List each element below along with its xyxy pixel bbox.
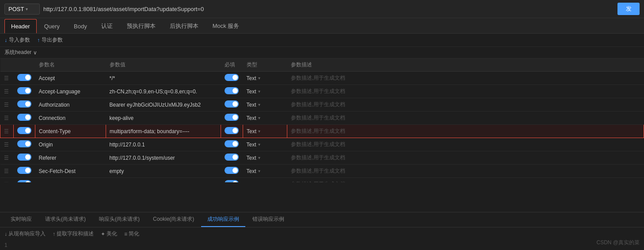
type-select[interactable]: Text ▾: [247, 181, 284, 183]
table-row: ☰ Origin http://127.0.0.1 Text ▾ 参数描述,用于…: [0, 138, 644, 151]
row-toggle[interactable]: [14, 112, 35, 125]
toggle-switch[interactable]: [17, 127, 31, 134]
param-name-cell: Accept: [35, 72, 106, 85]
toggle-switch[interactable]: [17, 74, 31, 81]
required-toggle[interactable]: [225, 100, 239, 108]
drag-handle[interactable]: ☰: [0, 165, 14, 178]
required-cell[interactable]: [221, 85, 243, 98]
required-cell[interactable]: [221, 72, 243, 85]
required-toggle[interactable]: [225, 180, 239, 182]
description-cell: 参数描述,用于生成文档: [287, 125, 644, 138]
type-value: Text: [247, 88, 256, 95]
param-name-cell: Referer: [35, 151, 106, 165]
toggle-switch[interactable]: [17, 114, 31, 121]
import-label: 导入参数: [9, 36, 30, 44]
method-select[interactable]: POST ▾: [4, 4, 40, 15]
params-table: 参数名 参数值 必填 类型 参数描述 ☰ Accept: [0, 58, 644, 182]
required-toggle[interactable]: [225, 154, 239, 161]
toggle-switch[interactable]: [17, 180, 31, 182]
type-select[interactable]: Text ▾: [247, 102, 284, 108]
table-row: ☰ Referer http://127.0.0.1/system/user T…: [0, 151, 644, 165]
type-cell[interactable]: Text ▾: [243, 72, 287, 85]
row-toggle[interactable]: [14, 165, 35, 178]
row-toggle[interactable]: [14, 138, 35, 151]
url-input[interactable]: [43, 6, 614, 12]
required-cell[interactable]: [221, 125, 243, 138]
tab-body[interactable]: Body: [67, 19, 94, 33]
type-select[interactable]: Text ▾: [247, 155, 284, 161]
type-select[interactable]: Text ▾: [247, 168, 284, 174]
required-toggle[interactable]: [225, 127, 239, 134]
drag-handle[interactable]: ☰: [0, 138, 14, 151]
type-cell[interactable]: Text ▾: [243, 165, 287, 178]
type-cell[interactable]: Text ▾: [243, 85, 287, 98]
type-select[interactable]: Text ▾: [247, 128, 283, 135]
drag-handle[interactable]: ☰: [0, 98, 14, 112]
required-cell[interactable]: [221, 165, 243, 178]
th-description: 参数描述: [287, 58, 644, 72]
toggle-switch[interactable]: [17, 140, 31, 147]
row-toggle[interactable]: [14, 151, 35, 165]
th-param-name: 参数名: [35, 58, 106, 72]
type-value: Text: [247, 142, 256, 148]
row-toggle[interactable]: [14, 178, 35, 183]
toggle-switch[interactable]: [17, 87, 31, 94]
th-type: 类型: [243, 58, 287, 72]
tab-auth[interactable]: 认证: [95, 18, 119, 34]
param-name-cell: Connection: [35, 112, 106, 125]
required-cell[interactable]: [221, 151, 243, 165]
tab-query[interactable]: Query: [38, 19, 66, 33]
drag-handle[interactable]: ☰: [0, 125, 14, 138]
required-toggle[interactable]: [225, 114, 239, 121]
type-cell[interactable]: Text ▾: [243, 125, 287, 138]
type-select[interactable]: Text ▾: [247, 88, 284, 95]
url-bar: POST ▾ 发: [0, 0, 644, 18]
type-cell[interactable]: Text ▾: [243, 178, 287, 183]
param-description: 参数描述,用于生成文档: [291, 75, 345, 81]
required-toggle[interactable]: [225, 140, 239, 147]
row-toggle[interactable]: [14, 98, 35, 112]
required-toggle[interactable]: [225, 74, 239, 81]
import-params-button[interactable]: ↓ 导入参数: [4, 36, 30, 44]
th-drag: [0, 58, 14, 72]
tab-mock[interactable]: Mock 服务: [206, 18, 246, 34]
param-value-cell: http://127.0.0.1: [106, 138, 221, 151]
drag-handle[interactable]: ☰: [0, 151, 14, 165]
th-param-value: 参数值: [106, 58, 221, 72]
drag-handle[interactable]: ☰: [0, 72, 14, 85]
drag-handle[interactable]: ☰: [0, 178, 14, 183]
required-cell[interactable]: [221, 98, 243, 112]
tab-header[interactable]: Header: [4, 19, 37, 33]
drag-handle[interactable]: ☰: [0, 85, 14, 98]
toggle-switch[interactable]: [17, 154, 31, 161]
send-button[interactable]: 发: [617, 3, 640, 15]
table-row: ☰ Accept-Language zh-CN,zh;q=0.9,en-US;q…: [0, 85, 644, 98]
system-header-chevron[interactable]: ∨: [33, 50, 37, 56]
row-toggle[interactable]: [14, 125, 35, 138]
tab-pre-script[interactable]: 预执行脚本: [120, 18, 162, 34]
import-icon: ↓: [4, 37, 7, 43]
required-cell[interactable]: [221, 178, 243, 183]
required-toggle[interactable]: [225, 87, 239, 94]
type-cell[interactable]: Text ▾: [243, 151, 287, 165]
tab-post-script[interactable]: 后执行脚本: [163, 18, 205, 34]
required-toggle[interactable]: [225, 167, 239, 174]
required-cell[interactable]: [221, 112, 243, 125]
export-label: 导出参数: [42, 36, 63, 44]
row-toggle[interactable]: [14, 72, 35, 85]
type-select[interactable]: Text ▾: [247, 75, 284, 81]
toggle-switch[interactable]: [17, 100, 31, 108]
description-cell: 参数描述,用于生成文档: [287, 72, 644, 85]
type-value: Text: [247, 181, 256, 183]
type-cell[interactable]: Text ▾: [243, 138, 287, 151]
required-cell[interactable]: [221, 138, 243, 151]
type-cell[interactable]: Text ▾: [243, 98, 287, 112]
drag-handle[interactable]: ☰: [0, 112, 14, 125]
param-description: 参数描述,用于生成文档: [291, 141, 345, 147]
type-select[interactable]: Text ▾: [247, 142, 284, 148]
export-params-button[interactable]: ↑ 导出参数: [37, 36, 63, 44]
type-select[interactable]: Text ▾: [247, 115, 284, 121]
type-cell[interactable]: Text ▾: [243, 112, 287, 125]
toggle-switch[interactable]: [17, 167, 31, 174]
row-toggle[interactable]: [14, 85, 35, 98]
